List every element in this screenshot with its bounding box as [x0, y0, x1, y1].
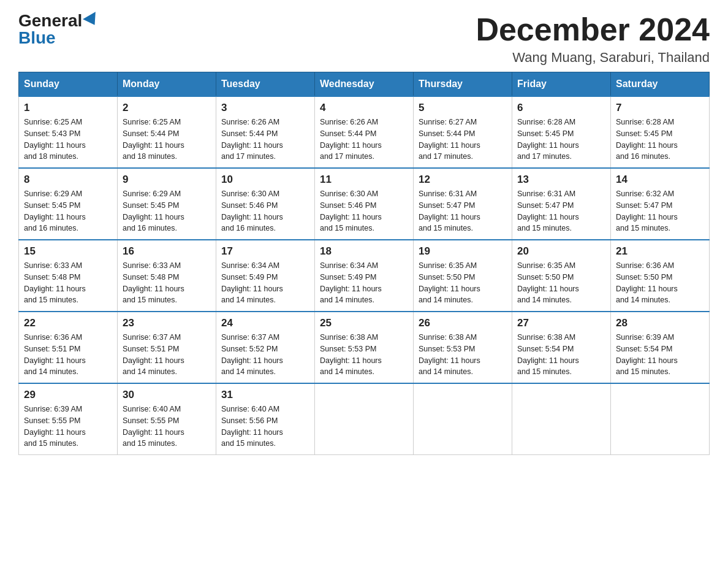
calendar-cell: 14 Sunrise: 6:32 AM Sunset: 5:47 PM Dayl…: [611, 168, 710, 240]
day-number: 1: [24, 102, 112, 114]
week-row-2: 8 Sunrise: 6:29 AM Sunset: 5:45 PM Dayli…: [19, 168, 710, 240]
calendar-cell: 22 Sunrise: 6:36 AM Sunset: 5:51 PM Dayl…: [19, 312, 118, 383]
day-info: Sunrise: 6:35 AM Sunset: 5:50 PM Dayligh…: [517, 260, 605, 306]
calendar-cell: 11 Sunrise: 6:30 AM Sunset: 5:46 PM Dayl…: [315, 168, 414, 240]
day-info: Sunrise: 6:29 AM Sunset: 5:45 PM Dayligh…: [123, 188, 211, 234]
calendar-cell: 31 Sunrise: 6:40 AM Sunset: 5:56 PM Dayl…: [216, 383, 315, 455]
page-header: General Blue December 2024 Wang Muang, S…: [18, 12, 710, 66]
calendar-cell: 21 Sunrise: 6:36 AM Sunset: 5:50 PM Dayl…: [611, 240, 710, 312]
logo: General Blue: [18, 12, 99, 47]
day-number: 27: [517, 317, 605, 329]
calendar-table: SundayMondayTuesdayWednesdayThursdayFrid…: [18, 72, 710, 455]
day-number: 24: [221, 317, 309, 329]
day-number: 17: [221, 245, 309, 258]
day-info: Sunrise: 6:27 AM Sunset: 5:44 PM Dayligh…: [419, 117, 507, 163]
weekday-header-sunday: Sunday: [19, 72, 118, 97]
month-title: December 2024: [476, 12, 710, 47]
day-info: Sunrise: 6:40 AM Sunset: 5:55 PM Dayligh…: [123, 404, 211, 450]
day-number: 29: [24, 389, 112, 401]
calendar-cell: 5 Sunrise: 6:27 AM Sunset: 5:44 PM Dayli…: [414, 96, 512, 168]
day-info: Sunrise: 6:26 AM Sunset: 5:44 PM Dayligh…: [320, 117, 408, 163]
day-number: 16: [123, 245, 211, 258]
calendar-cell: 8 Sunrise: 6:29 AM Sunset: 5:45 PM Dayli…: [19, 168, 118, 240]
calendar-cell: 6 Sunrise: 6:28 AM Sunset: 5:45 PM Dayli…: [512, 96, 611, 168]
day-number: 14: [616, 174, 704, 186]
calendar-cell: 24 Sunrise: 6:37 AM Sunset: 5:52 PM Dayl…: [216, 312, 315, 383]
day-info: Sunrise: 6:30 AM Sunset: 5:46 PM Dayligh…: [221, 188, 309, 234]
calendar-cell: 30 Sunrise: 6:40 AM Sunset: 5:55 PM Dayl…: [118, 383, 216, 455]
calendar-cell: 29 Sunrise: 6:39 AM Sunset: 5:55 PM Dayl…: [19, 383, 118, 455]
day-number: 10: [221, 174, 309, 186]
weekday-header-saturday: Saturday: [611, 72, 710, 97]
calendar-cell: 17 Sunrise: 6:34 AM Sunset: 5:49 PM Dayl…: [216, 240, 315, 312]
day-info: Sunrise: 6:37 AM Sunset: 5:51 PM Dayligh…: [123, 332, 211, 378]
calendar-cell: 28 Sunrise: 6:39 AM Sunset: 5:54 PM Dayl…: [611, 312, 710, 383]
location-title: Wang Muang, Saraburi, Thailand: [476, 50, 710, 66]
weekday-header-tuesday: Tuesday: [216, 72, 315, 97]
calendar-cell: [414, 383, 512, 455]
day-info: Sunrise: 6:37 AM Sunset: 5:52 PM Dayligh…: [221, 332, 309, 378]
day-info: Sunrise: 6:28 AM Sunset: 5:45 PM Dayligh…: [616, 117, 704, 163]
day-info: Sunrise: 6:25 AM Sunset: 5:44 PM Dayligh…: [123, 117, 211, 163]
calendar-cell: 16 Sunrise: 6:33 AM Sunset: 5:48 PM Dayl…: [118, 240, 216, 312]
day-number: 11: [320, 174, 408, 186]
week-row-4: 22 Sunrise: 6:36 AM Sunset: 5:51 PM Dayl…: [19, 312, 710, 383]
weekday-header-thursday: Thursday: [414, 72, 512, 97]
week-row-3: 15 Sunrise: 6:33 AM Sunset: 5:48 PM Dayl…: [19, 240, 710, 312]
calendar-cell: 1 Sunrise: 6:25 AM Sunset: 5:43 PM Dayli…: [19, 96, 118, 168]
day-info: Sunrise: 6:38 AM Sunset: 5:53 PM Dayligh…: [320, 332, 408, 378]
calendar-cell: 3 Sunrise: 6:26 AM Sunset: 5:44 PM Dayli…: [216, 96, 315, 168]
day-number: 26: [419, 317, 507, 329]
day-info: Sunrise: 6:30 AM Sunset: 5:46 PM Dayligh…: [320, 188, 408, 234]
day-number: 18: [320, 245, 408, 258]
logo-blue: Blue: [18, 29, 56, 47]
calendar-cell: 27 Sunrise: 6:38 AM Sunset: 5:54 PM Dayl…: [512, 312, 611, 383]
day-info: Sunrise: 6:36 AM Sunset: 5:50 PM Dayligh…: [616, 260, 704, 306]
day-number: 4: [320, 102, 408, 114]
day-number: 19: [419, 245, 507, 258]
day-info: Sunrise: 6:33 AM Sunset: 5:48 PM Dayligh…: [24, 260, 112, 306]
title-block: December 2024 Wang Muang, Saraburi, Thai…: [476, 12, 710, 66]
day-number: 25: [320, 317, 408, 329]
week-row-5: 29 Sunrise: 6:39 AM Sunset: 5:55 PM Dayl…: [19, 383, 710, 455]
calendar-cell: [315, 383, 414, 455]
calendar-cell: 9 Sunrise: 6:29 AM Sunset: 5:45 PM Dayli…: [118, 168, 216, 240]
day-number: 5: [419, 102, 507, 114]
day-info: Sunrise: 6:34 AM Sunset: 5:49 PM Dayligh…: [320, 260, 408, 306]
day-info: Sunrise: 6:28 AM Sunset: 5:45 PM Dayligh…: [517, 117, 605, 163]
day-info: Sunrise: 6:33 AM Sunset: 5:48 PM Dayligh…: [123, 260, 211, 306]
weekday-header-wednesday: Wednesday: [315, 72, 414, 97]
calendar-cell: [512, 383, 611, 455]
day-number: 7: [616, 102, 704, 114]
calendar-cell: 19 Sunrise: 6:35 AM Sunset: 5:50 PM Dayl…: [414, 240, 512, 312]
day-info: Sunrise: 6:26 AM Sunset: 5:44 PM Dayligh…: [221, 117, 309, 163]
calendar-cell: 20 Sunrise: 6:35 AM Sunset: 5:50 PM Dayl…: [512, 240, 611, 312]
day-info: Sunrise: 6:39 AM Sunset: 5:54 PM Dayligh…: [616, 332, 704, 378]
day-number: 22: [24, 317, 112, 329]
day-info: Sunrise: 6:40 AM Sunset: 5:56 PM Dayligh…: [221, 404, 309, 450]
day-number: 23: [123, 317, 211, 329]
weekday-header-monday: Monday: [118, 72, 216, 97]
logo-triangle-icon: [83, 12, 101, 29]
day-info: Sunrise: 6:32 AM Sunset: 5:47 PM Dayligh…: [616, 188, 704, 234]
calendar-cell: 4 Sunrise: 6:26 AM Sunset: 5:44 PM Dayli…: [315, 96, 414, 168]
day-number: 28: [616, 317, 704, 329]
day-info: Sunrise: 6:38 AM Sunset: 5:54 PM Dayligh…: [517, 332, 605, 378]
day-info: Sunrise: 6:35 AM Sunset: 5:50 PM Dayligh…: [419, 260, 507, 306]
calendar-cell: 12 Sunrise: 6:31 AM Sunset: 5:47 PM Dayl…: [414, 168, 512, 240]
calendar-cell: [611, 383, 710, 455]
day-number: 12: [419, 174, 507, 186]
day-info: Sunrise: 6:36 AM Sunset: 5:51 PM Dayligh…: [24, 332, 112, 378]
calendar-cell: 10 Sunrise: 6:30 AM Sunset: 5:46 PM Dayl…: [216, 168, 315, 240]
day-info: Sunrise: 6:25 AM Sunset: 5:43 PM Dayligh…: [24, 117, 112, 163]
day-number: 3: [221, 102, 309, 114]
calendar-cell: 7 Sunrise: 6:28 AM Sunset: 5:45 PM Dayli…: [611, 96, 710, 168]
calendar-cell: 15 Sunrise: 6:33 AM Sunset: 5:48 PM Dayl…: [19, 240, 118, 312]
day-number: 30: [123, 389, 211, 401]
day-number: 2: [123, 102, 211, 114]
day-info: Sunrise: 6:31 AM Sunset: 5:47 PM Dayligh…: [517, 188, 605, 234]
day-number: 21: [616, 245, 704, 258]
day-number: 6: [517, 102, 605, 114]
calendar-cell: 2 Sunrise: 6:25 AM Sunset: 5:44 PM Dayli…: [118, 96, 216, 168]
day-number: 8: [24, 174, 112, 186]
